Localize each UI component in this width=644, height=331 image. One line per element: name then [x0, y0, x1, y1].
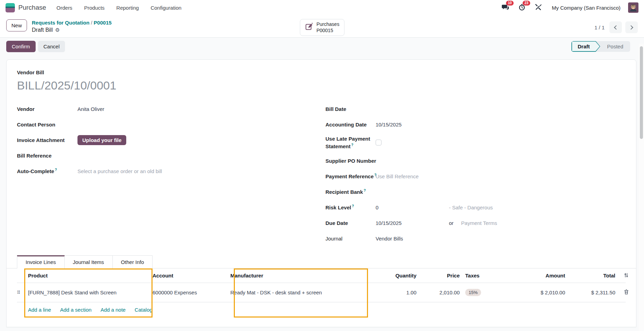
- app-title[interactable]: Purchase: [18, 4, 46, 11]
- drag-handle-dots[interactable]: ⠿: [17, 284, 25, 301]
- bill-date-label: Bill Date: [325, 106, 376, 112]
- payment-reference-label: Payment Reference?: [325, 173, 376, 179]
- menu-configuration[interactable]: Configuration: [150, 5, 181, 11]
- cell-quantity[interactable]: 1.00: [360, 284, 419, 301]
- help-icon[interactable]: ?: [352, 204, 354, 208]
- company-switcher[interactable]: My Company (San Francisco): [552, 5, 620, 11]
- late-payment-checkbox[interactable]: [376, 140, 381, 145]
- risk-level-input[interactable]: 0: [376, 205, 449, 210]
- chevron-left-icon: [614, 25, 618, 30]
- header-price[interactable]: Price: [419, 269, 462, 282]
- journal-input[interactable]: Vendor Bills: [376, 236, 403, 242]
- help-icon[interactable]: ?: [364, 189, 366, 192]
- state-posted[interactable]: Posted: [600, 41, 630, 52]
- menu-products[interactable]: Products: [84, 5, 104, 11]
- field-bill-reference: Bill Reference: [17, 148, 325, 163]
- confirm-button[interactable]: Confirm: [6, 41, 36, 52]
- header-manufacturer[interactable]: Manufacturer: [228, 269, 360, 282]
- pencil-square-icon: [305, 23, 313, 32]
- tax-badge[interactable]: 15%: [465, 289, 481, 296]
- add-a-line-link[interactable]: Add a line: [28, 307, 51, 313]
- new-button[interactable]: New: [6, 19, 27, 31]
- scrollbar-thumb[interactable]: [640, 46, 643, 139]
- payment-reference-input[interactable]: Use Bill Reference: [376, 173, 418, 179]
- stat-button-value: P00015: [316, 28, 339, 34]
- breadcrumb-requests-for-quotation[interactable]: Requests for Quotation: [32, 20, 90, 26]
- tab-journal-items[interactable]: Journal Items: [65, 255, 113, 268]
- catalog-link[interactable]: Catalog: [135, 307, 153, 313]
- vendor-label: Vendor: [17, 106, 77, 112]
- field-payment-reference: Payment Reference? Use Bill Reference: [325, 169, 588, 184]
- cell-manufacturer[interactable]: Ready Mat - DSK - desk stand + screen: [228, 284, 360, 301]
- upload-file-button[interactable]: Upload your file: [77, 135, 126, 145]
- state-draft[interactable]: Draft: [571, 41, 600, 52]
- header-amount[interactable]: Amount: [500, 269, 568, 282]
- late-payment-label: Use Late Payment Statement?: [325, 133, 376, 152]
- supplier-po-label: Supplier PO Number: [325, 158, 376, 164]
- notebook-tabs: Invoice Lines Journal Items Other Info: [17, 255, 626, 268]
- sliders-icon: [623, 272, 629, 279]
- delete-line-button[interactable]: [624, 289, 629, 296]
- pager-next-button[interactable]: [625, 21, 638, 33]
- invoice-attachment-label: Invoice Attachment: [17, 137, 77, 143]
- accounting-date-label: Accounting Date: [325, 122, 376, 127]
- purchases-stat-button[interactable]: Purchases P00015: [300, 19, 344, 36]
- table-header-row: Product Account Manufacturer Quantity Pr…: [17, 268, 626, 283]
- accounting-date-input[interactable]: 10/15/2025: [376, 122, 402, 127]
- field-bill-date: Bill Date: [325, 101, 588, 117]
- pager-previous-button[interactable]: [609, 21, 622, 33]
- messages-button[interactable]: 10: [501, 3, 510, 12]
- auto-complete-input[interactable]: Select a purchase order or an old bill: [77, 168, 162, 174]
- gear-icon[interactable]: ⚙: [55, 27, 59, 34]
- purchase-app-icon[interactable]: [6, 3, 15, 12]
- menu-reporting[interactable]: Reporting: [116, 5, 139, 11]
- scrollbar[interactable]: [639, 44, 644, 331]
- header-taxes[interactable]: Taxes: [462, 269, 500, 282]
- menu-orders[interactable]: Orders: [56, 5, 72, 11]
- help-icon[interactable]: ?: [351, 143, 353, 147]
- pager: 1 / 1: [595, 21, 638, 33]
- navbar-systray: 10 23 My Company (San Francisco): [501, 2, 638, 13]
- payment-terms-input[interactable]: Payment Terms: [461, 220, 497, 226]
- breadcrumb-p00015[interactable]: P00015: [94, 20, 112, 26]
- control-panel: New Requests for Quotation/P00015 Draft …: [0, 15, 644, 37]
- top-navbar: Purchase Orders Products Reporting Confi…: [0, 0, 644, 15]
- journal-label: Journal: [325, 236, 376, 242]
- header-product[interactable]: Product: [25, 269, 150, 282]
- help-icon[interactable]: ?: [55, 168, 57, 172]
- field-accounting-date: Accounting Date 10/15/2025: [325, 117, 588, 132]
- cell-account[interactable]: 6000000 Expenses: [150, 284, 228, 301]
- header-total[interactable]: Total: [568, 269, 618, 282]
- cancel-button[interactable]: Cancel: [38, 41, 65, 52]
- header-quantity[interactable]: Quantity: [360, 269, 419, 282]
- field-journal: Journal Vendor Bills: [325, 231, 588, 246]
- form-left-column: Vendor Anita Oliver Contact Person Invoi…: [17, 101, 325, 246]
- header-account[interactable]: Account: [150, 269, 228, 282]
- breadcrumb: Requests for Quotation/P00015 Draft Bill…: [32, 19, 112, 34]
- cell-total: $ 2,311.50: [568, 284, 618, 301]
- field-supplier-po: Supplier PO Number: [325, 153, 588, 169]
- user-avatar[interactable]: [628, 2, 638, 13]
- vendor-input[interactable]: Anita Oliver: [77, 106, 104, 112]
- optional-columns-button[interactable]: [623, 272, 629, 279]
- chevron-right-icon: [629, 25, 633, 30]
- tools-icon: [535, 3, 542, 12]
- recipient-bank-label: Recipient Bank?: [325, 189, 376, 195]
- tab-other-info[interactable]: Other Info: [113, 255, 153, 268]
- tab-invoice-lines[interactable]: Invoice Lines: [17, 255, 65, 268]
- debug-tools-button[interactable]: [534, 3, 543, 12]
- add-a-section-link[interactable]: Add a section: [60, 307, 92, 313]
- cell-price[interactable]: 2,010.00: [419, 284, 462, 301]
- add-a-note-link[interactable]: Add a note: [101, 307, 126, 313]
- due-date-input[interactable]: 10/15/2025: [376, 220, 449, 226]
- form-right-column: Bill Date Accounting Date 10/15/2025 Use…: [325, 101, 588, 246]
- cell-product[interactable]: [FURN_7888] Desk Stand with Screen: [25, 284, 150, 301]
- doc-number-title: BILL/2025/10/0001: [17, 79, 626, 92]
- doc-type-label: Vendor Bill: [17, 69, 626, 75]
- activities-button[interactable]: 23: [517, 3, 526, 12]
- cell-taxes[interactable]: 15%: [462, 283, 500, 302]
- table-row[interactable]: ⠿ [FURN_7888] Desk Stand with Screen 600…: [17, 283, 626, 302]
- pager-count: 1 / 1: [595, 25, 605, 30]
- field-vendor: Vendor Anita Oliver: [17, 101, 325, 117]
- field-recipient-bank: Recipient Bank?: [325, 184, 588, 200]
